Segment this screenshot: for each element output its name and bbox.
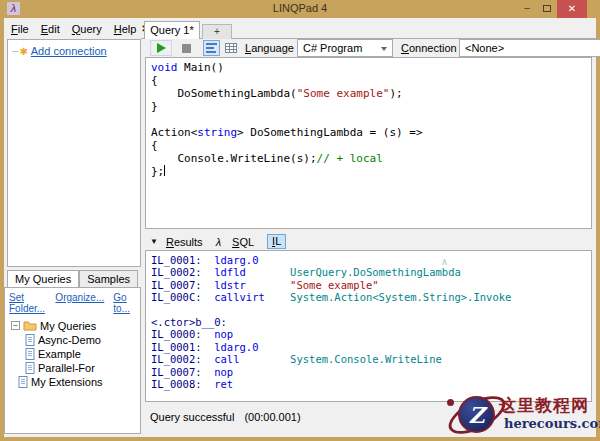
new-tab-button[interactable]: + xyxy=(202,24,232,39)
tree-item-example[interactable]: Example xyxy=(25,347,140,360)
collapse-results-icon[interactable]: ▼ xyxy=(150,237,158,246)
tree-item-parallel-for[interactable]: Parallel-For xyxy=(25,361,140,374)
tree-label: My Queries xyxy=(40,320,96,332)
watermark-logo-icon: Z xyxy=(458,396,495,433)
client-area: File Edit Query Help ✕ ─ ✱ Add connectio… xyxy=(4,18,596,437)
menu-file[interactable]: File xyxy=(6,21,34,37)
tab-sql[interactable]: SQL xyxy=(232,236,254,248)
document-icon xyxy=(25,334,35,346)
results-header: ▼ Results λ SQL IL xyxy=(145,233,592,250)
tree-label: My Extensions xyxy=(31,376,103,388)
minimize-button[interactable]: – xyxy=(517,0,537,18)
organize-link[interactable]: Organize... xyxy=(55,292,104,314)
connection-select[interactable]: <None> xyxy=(459,39,600,57)
tree-line: ─ xyxy=(12,46,18,56)
queries-tree: − My Queries Async-Demo Examp xyxy=(5,319,140,388)
linqpad-window: λ LINQPad 4 – ✕ File Edit Query Help ✕ ─… xyxy=(0,0,600,441)
stop-icon xyxy=(182,44,191,53)
tree-item-async-demo[interactable]: Async-Demo xyxy=(25,333,140,346)
richtext-icon xyxy=(206,43,217,53)
tree-label: Example xyxy=(38,348,81,360)
document-icon xyxy=(25,348,35,360)
stop-button[interactable] xyxy=(175,40,197,56)
connections-panel: ─ ✱ Add connection xyxy=(7,39,141,267)
watermark-site-name: 这里教程网 xyxy=(499,394,589,417)
folder-open-icon xyxy=(23,320,37,331)
tab-query-1[interactable]: Query 1* xyxy=(144,21,200,39)
collapse-icon[interactable]: − xyxy=(11,321,20,330)
chevron-down-icon xyxy=(381,47,387,51)
tree-item-my-queries[interactable]: − My Queries xyxy=(5,319,140,332)
language-value: C# Program xyxy=(303,42,362,54)
add-connection-link[interactable]: Add connection xyxy=(31,45,107,57)
watermark: Z 这里教程网 herecours.com xyxy=(446,389,598,441)
connection-value: <None> xyxy=(465,42,504,54)
tab-results[interactable]: Results xyxy=(166,236,203,248)
maximize-button[interactable] xyxy=(537,0,557,18)
tree-label: Parallel-For xyxy=(38,362,95,374)
star-icon: ✱ xyxy=(19,46,27,57)
il-output-pane[interactable]: IL_0001: ldarg.0IL_0002: ldfld UserQuery… xyxy=(145,250,592,402)
query-toolbar: Language C# Program Connection <None> ✕ xyxy=(141,39,596,57)
language-select[interactable]: C# Program xyxy=(297,39,393,57)
richtext-results-button[interactable] xyxy=(203,40,220,56)
window-title: LINQPad 4 xyxy=(0,2,600,14)
execute-button[interactable] xyxy=(150,40,172,56)
maximize-icon xyxy=(543,5,551,12)
tab-my-queries[interactable]: My Queries xyxy=(7,270,79,288)
close-button[interactable]: ✕ xyxy=(557,0,587,18)
scroll-up-icon[interactable]: ∧ xyxy=(441,256,448,267)
connection-label: Connection xyxy=(401,42,457,54)
execution-time: (00:00.001) xyxy=(244,411,300,423)
menu-edit[interactable]: Edit xyxy=(36,21,65,37)
add-connection-row: ─ ✱ Add connection xyxy=(12,45,140,57)
watermark-site-url: herecours.com xyxy=(504,416,600,431)
play-icon xyxy=(157,43,166,53)
document-icon xyxy=(18,376,28,388)
tree-label: Async-Demo xyxy=(38,334,101,346)
tab-il[interactable]: IL xyxy=(267,234,286,249)
status-message: Query successful xyxy=(150,411,234,423)
language-label: Language xyxy=(245,42,294,54)
menu-bar: File Edit Query Help ✕ xyxy=(4,18,141,39)
queries-tab-strip: My Queries Samples xyxy=(7,270,138,288)
datagrid-results-button[interactable] xyxy=(222,40,239,56)
document-icon xyxy=(25,362,35,374)
queries-panel: Set Folder... Organize... Go to... − My … xyxy=(4,287,141,434)
code-editor[interactable]: void Main(){ DoSomethingLambda("Some exa… xyxy=(145,57,592,229)
menu-query[interactable]: Query xyxy=(67,21,107,37)
watermark-letter: Z xyxy=(468,404,484,426)
menu-help[interactable]: Help xyxy=(109,21,142,37)
editor-code: void Main(){ DoSomethingLambda("Some exa… xyxy=(151,61,591,178)
set-folder-link[interactable]: Set Folder... xyxy=(9,292,46,314)
il-output: IL_0001: ldarg.0IL_0002: ldfld UserQuery… xyxy=(151,254,591,390)
tree-item-my-extensions[interactable]: My Extensions xyxy=(18,375,140,388)
title-bar: λ LINQPad 4 – ✕ xyxy=(0,0,600,18)
queries-links: Set Folder... Organize... Go to... xyxy=(9,292,136,314)
watermark-dot xyxy=(447,399,454,406)
tab-samples[interactable]: Samples xyxy=(79,270,138,288)
tab-lambda[interactable]: λ xyxy=(216,236,221,248)
grid-icon xyxy=(225,43,237,53)
go-to-link[interactable]: Go to... xyxy=(113,292,136,314)
